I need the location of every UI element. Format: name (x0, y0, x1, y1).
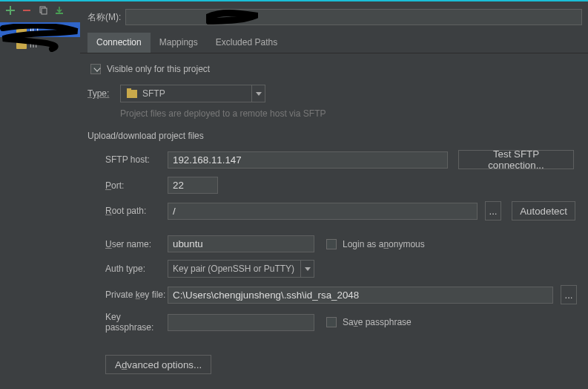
tab-mappings[interactable]: Mappings (151, 33, 207, 53)
tree-item-server-2[interactable]: m (0, 37, 80, 52)
sftp-icon (127, 90, 137, 98)
name-label: 名称(M): (87, 11, 121, 24)
add-icon[interactable] (4, 4, 16, 16)
auth-type-select[interactable]: Key pair (OpenSSH or PuTTY) (168, 260, 314, 278)
auth-type-value: Key pair (OpenSSH or PuTTY) (173, 264, 294, 274)
remove-icon[interactable] (21, 4, 33, 16)
tab-bar: Connection Mappings Excluded Paths (80, 33, 588, 53)
root-path-label: Root path: (87, 206, 168, 216)
test-connection-button[interactable]: Test SFTP connection... (458, 150, 574, 169)
host-label: SFTP host: (87, 154, 168, 165)
auth-type-label: Auth type: (87, 264, 168, 274)
name-input[interactable] (125, 9, 582, 25)
private-key-input[interactable] (168, 287, 553, 304)
sftp-host-input[interactable] (168, 151, 448, 169)
autodetect-button[interactable]: Autodetect (512, 201, 575, 220)
passphrase-input[interactable] (168, 314, 314, 331)
folder-icon (16, 25, 27, 34)
type-value: SFTP (142, 88, 165, 99)
type-select[interactable]: SFTP (120, 85, 265, 102)
save-passphrase-checkbox[interactable] (326, 317, 337, 327)
tab-connection[interactable]: Connection (87, 33, 151, 53)
servers-tree: fi t m (0, 22, 80, 389)
private-key-label: Private key file: (87, 290, 168, 300)
port-input[interactable] (168, 177, 218, 194)
type-hint: Project files are deployed to a remote h… (120, 108, 582, 119)
passphrase-label: Key passphrase: (87, 312, 168, 333)
chevron-down-icon (300, 261, 314, 277)
main-panel: 名称(M): Connection Mappings Excluded Path… (80, 3, 588, 389)
user-label: User name: (87, 239, 168, 249)
browse-root-button[interactable]: ... (485, 201, 501, 220)
import-icon[interactable] (53, 4, 65, 16)
login-anonymous-checkbox[interactable] (326, 239, 337, 249)
chevron-down-icon (251, 85, 265, 102)
tree-item-label: m (30, 39, 37, 50)
root-path-input[interactable] (168, 203, 478, 220)
advanced-options-button[interactable]: Advanced options... (105, 355, 211, 374)
port-label: Port: (87, 180, 168, 191)
browse-key-button[interactable]: ... (561, 285, 577, 304)
visible-only-label: Visible only for this project (107, 64, 210, 74)
tab-excluded-paths[interactable]: Excluded Paths (207, 33, 286, 53)
save-passphrase-label: Save passphrase (343, 317, 412, 327)
svg-rect-2 (56, 13, 63, 14)
copy-icon[interactable] (37, 4, 49, 16)
type-label: Type: (87, 88, 120, 99)
tree-item-server-1[interactable]: fi t (0, 22, 80, 37)
tree-item-label: fi t (30, 24, 39, 35)
section-title: Upload/download project files (87, 131, 582, 141)
username-input[interactable] (168, 235, 314, 252)
login-anonymous-label: Login as anonymous (343, 239, 425, 249)
folder-icon (16, 40, 27, 49)
visible-only-checkbox[interactable] (90, 64, 101, 74)
svg-rect-1 (42, 8, 47, 14)
